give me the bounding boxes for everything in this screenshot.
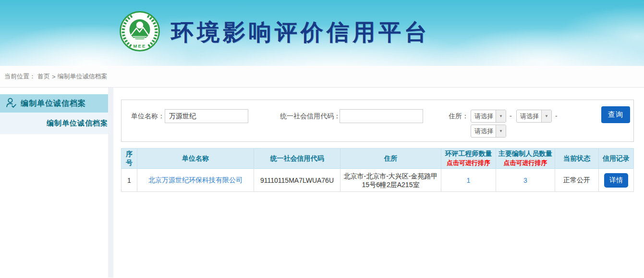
credit-code-label: 统一社会信用代码：	[280, 109, 340, 123]
breadcrumb-prefix: 当前位置：	[4, 72, 36, 81]
sidebar-divider	[108, 88, 113, 278]
search-panel: 单位名称： 统一社会信用代码： 住所： 请选择 ▼ - 请选择 ▼ - 请选择 …	[121, 100, 634, 142]
breadcrumb-current: 编制单位诚信档案	[58, 72, 108, 81]
main-content: 单位名称： 统一社会信用代码： 住所： 请选择 ▼ - 请选择 ▼ - 请选择 …	[113, 88, 644, 278]
sidebar-item-credit-archive[interactable]: 编制单位诚信档案	[0, 113, 108, 134]
col-staff-count: 主要编制人员数量 点击可进行排序	[496, 149, 555, 169]
table-header-row: 序号 单位名称 统一社会信用代码 住所 环评工程师数量 点击可进行排序 主要编制…	[122, 149, 634, 169]
page-title: 环境影响评价信用平台	[171, 17, 430, 48]
chevron-down-icon[interactable]: ▼	[496, 110, 506, 122]
mee-logo-icon: MEE	[119, 11, 160, 54]
results-table: 序号 单位名称 统一社会信用代码 住所 环评工程师数量 点击可进行排序 主要编制…	[121, 148, 634, 192]
company-name-label: 单位名称：	[131, 109, 165, 123]
user-check-icon	[5, 97, 17, 111]
cell-credit-code: 91110115MA7LWUA76U	[254, 169, 340, 192]
col-credit-record: 信用记录	[599, 149, 634, 169]
col-index: 序号	[122, 149, 137, 169]
sidebar-subitem-label: 编制单位诚信档案	[47, 119, 108, 128]
query-button[interactable]: 查询	[601, 106, 630, 123]
staff-count-link[interactable]: 3	[523, 177, 527, 184]
engineer-count-link[interactable]: 1	[467, 177, 471, 184]
province-select-value: 请选择	[471, 110, 496, 122]
engineer-count-title: 环评工程师数量	[443, 150, 494, 158]
breadcrumb-home-link[interactable]: 首页	[37, 72, 50, 81]
col-engineer-count: 环评工程师数量 点击可进行排序	[441, 149, 496, 169]
province-select[interactable]: 请选择 ▼	[471, 110, 506, 123]
col-address: 住所	[340, 149, 441, 169]
address-dash: -	[555, 110, 558, 123]
breadcrumb: 当前位置： 首页 > 编制单位诚信档案	[0, 66, 644, 88]
address-label: 住所：	[449, 109, 469, 123]
staff-sort-link[interactable]: 点击可进行排序	[498, 159, 553, 167]
company-link[interactable]: 北京万源世纪环保科技有限公司	[148, 176, 243, 184]
sidebar-item-label: 编制单位诚信档案	[21, 99, 86, 109]
cell-status: 正常公开	[555, 169, 599, 192]
cell-index: 1	[122, 169, 137, 192]
col-credit-code: 统一社会信用代码	[254, 149, 340, 169]
col-status: 当前状态	[555, 149, 599, 169]
col-company: 单位名称	[137, 149, 254, 169]
engineer-sort-link[interactable]: 点击可进行排序	[443, 159, 494, 167]
address-dash: -	[510, 110, 512, 123]
credit-code-input[interactable]	[340, 109, 423, 123]
city-select-value: 请选择	[517, 110, 541, 122]
district-select-value: 请选择	[471, 125, 496, 137]
sidebar: 编制单位诚信档案 编制单位诚信档案	[0, 88, 108, 278]
detail-button[interactable]: 详情	[604, 173, 628, 188]
staff-count-title: 主要编制人员数量	[498, 150, 553, 158]
city-select[interactable]: 请选择 ▼	[516, 110, 552, 123]
svg-text:MEE: MEE	[134, 43, 146, 49]
sidebar-item-credit-archive-group[interactable]: 编制单位诚信档案	[0, 94, 108, 113]
company-name-input[interactable]	[165, 109, 248, 123]
district-select[interactable]: 请选择 ▼	[471, 125, 506, 138]
chevron-down-icon[interactable]: ▼	[541, 110, 551, 122]
brand-area: MEE 环境影响评价信用平台	[119, 11, 430, 54]
table-row: 1 北京万源世纪环保科技有限公司 91110115MA7LWUA76U 北京市-…	[122, 169, 634, 192]
chevron-down-icon[interactable]: ▼	[496, 125, 506, 137]
cell-address: 北京市-北京市-大兴区-金苑路甲15号6幢2层A215室	[340, 169, 441, 192]
site-banner: MEE 环境影响评价信用平台	[0, 0, 644, 66]
breadcrumb-separator: >	[52, 73, 56, 80]
